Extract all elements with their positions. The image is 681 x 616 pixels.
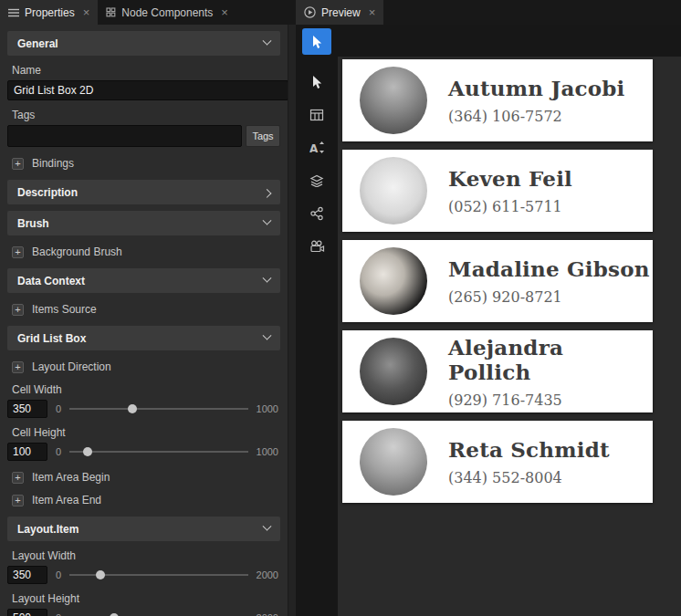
slider-min: 0 bbox=[56, 446, 61, 457]
item-area-end-expander[interactable]: + Item Area End bbox=[12, 494, 276, 506]
contact-name: Alejandra Pollich bbox=[448, 335, 653, 384]
cell-height-input[interactable] bbox=[7, 443, 47, 461]
section-general[interactable]: General bbox=[7, 31, 280, 56]
section-grid-list-box[interactable]: Grid List Box bbox=[7, 326, 280, 350]
cell-width-input[interactable] bbox=[7, 400, 47, 418]
tab-properties[interactable]: Properties × bbox=[0, 0, 98, 25]
plus-icon[interactable]: + bbox=[12, 361, 24, 373]
expander-label: Item Area End bbox=[32, 494, 101, 506]
layout-direction-expander[interactable]: + Layout Direction bbox=[12, 360, 276, 373]
preview-top-toolbar bbox=[338, 25, 681, 57]
tab-node-components[interactable]: Node Components × bbox=[98, 0, 236, 25]
contact-name: Madaline Gibson bbox=[448, 256, 650, 281]
app-window: Properties × Node Components × General N… bbox=[0, 0, 681, 616]
slider-handle[interactable] bbox=[83, 447, 92, 456]
node-graph-tool-button[interactable] bbox=[302, 200, 331, 226]
chevron-down-icon bbox=[263, 216, 272, 225]
slider-handle[interactable] bbox=[128, 404, 137, 413]
camera-tool-button[interactable] bbox=[302, 233, 331, 259]
section-brush[interactable]: Brush bbox=[7, 211, 280, 235]
close-icon[interactable]: × bbox=[369, 5, 376, 19]
select-tool-button[interactable] bbox=[302, 28, 331, 55]
section-data-context[interactable]: Data Context bbox=[7, 268, 280, 293]
slider-max: 1000 bbox=[257, 446, 278, 457]
chevron-down-icon bbox=[263, 331, 272, 340]
layers-tool-button[interactable] bbox=[302, 167, 331, 193]
tags-input[interactable] bbox=[7, 125, 242, 147]
cell-height-row: 0 1000 bbox=[7, 443, 278, 461]
layout-height-row: 0 2000 bbox=[7, 609, 278, 616]
table-tool-button[interactable] bbox=[302, 101, 331, 128]
items-source-expander[interactable]: + Items Source bbox=[12, 303, 276, 316]
tags-button[interactable]: Tags bbox=[246, 125, 280, 147]
plus-icon[interactable]: + bbox=[12, 495, 24, 506]
slider-max: 2000 bbox=[257, 612, 278, 616]
slider-min: 0 bbox=[56, 403, 61, 414]
tab-label: Properties bbox=[25, 6, 75, 19]
close-icon[interactable]: × bbox=[83, 5, 90, 19]
expander-label: Items Source bbox=[32, 303, 97, 316]
plus-icon[interactable]: + bbox=[12, 304, 24, 316]
expander-label: Background Brush bbox=[32, 245, 122, 258]
cell-height-label: Cell Height bbox=[12, 426, 276, 439]
layout-width-input[interactable] bbox=[7, 566, 47, 584]
contact-phone: (265) 920-8721 bbox=[448, 288, 650, 306]
list-item[interactable]: Keven Feil (052) 611-5711 bbox=[342, 150, 653, 232]
contact-name: Reta Schmidt bbox=[448, 437, 610, 462]
list-item[interactable]: Madaline Gibson (265) 920-8721 bbox=[342, 240, 653, 322]
section-description[interactable]: Description bbox=[7, 180, 280, 204]
item-area-begin-expander[interactable]: + Item Area Begin bbox=[12, 471, 276, 484]
node-graph-icon bbox=[309, 206, 324, 221]
avatar bbox=[360, 247, 427, 315]
camera-icon bbox=[309, 240, 325, 253]
expander-label: Bindings bbox=[32, 157, 74, 170]
layout-height-slider[interactable] bbox=[69, 609, 247, 616]
tab-label: Preview bbox=[321, 6, 361, 19]
list-icon bbox=[8, 8, 19, 17]
avatar bbox=[360, 338, 427, 405]
avatar bbox=[360, 428, 427, 496]
preview-tabbar: Preview × bbox=[296, 0, 681, 25]
text-tool-button[interactable]: A bbox=[302, 134, 331, 161]
layout-height-input[interactable] bbox=[7, 609, 47, 616]
avatar bbox=[360, 157, 427, 224]
section-title: Grid List Box bbox=[17, 332, 86, 345]
contact-phone: (052) 611-5711 bbox=[448, 198, 572, 215]
svg-text:A: A bbox=[309, 142, 319, 155]
contact-name: Autumn Jacobi bbox=[448, 76, 625, 100]
pointer-icon bbox=[309, 75, 324, 89]
slider-min: 0 bbox=[56, 612, 61, 616]
name-input[interactable] bbox=[7, 80, 288, 100]
slider-handle[interactable] bbox=[96, 570, 105, 579]
text-tool-icon: A bbox=[309, 141, 325, 154]
components-icon bbox=[106, 7, 116, 17]
tab-preview[interactable]: Preview × bbox=[296, 0, 383, 25]
contact-phone: (364) 106-7572 bbox=[448, 108, 625, 125]
pointer-tool-button[interactable] bbox=[302, 68, 331, 95]
cell-height-slider[interactable] bbox=[69, 443, 247, 461]
layout-width-label: Layout Width bbox=[12, 549, 276, 562]
expander-label: Layout Direction bbox=[32, 360, 111, 373]
tags-label: Tags bbox=[12, 109, 276, 121]
layout-width-slider[interactable] bbox=[69, 566, 247, 584]
properties-list: General Name Tags Tags + Bindings Descri… bbox=[0, 25, 288, 616]
close-icon[interactable]: × bbox=[221, 5, 228, 19]
plus-icon[interactable]: + bbox=[12, 246, 24, 258]
chevron-down-icon bbox=[263, 274, 272, 283]
list-item[interactable]: Autumn Jacobi (364) 106-7572 bbox=[342, 59, 653, 141]
properties-scrollbar[interactable] bbox=[288, 25, 296, 616]
cell-width-slider[interactable] bbox=[69, 400, 247, 418]
plus-icon[interactable]: + bbox=[12, 158, 24, 170]
section-title: Layout.Item bbox=[17, 523, 79, 536]
list-item[interactable]: Reta Schmidt (344) 552-8004 bbox=[342, 421, 653, 503]
background-brush-expander[interactable]: + Background Brush bbox=[12, 245, 276, 258]
list-item[interactable]: Alejandra Pollich (929) 716-7435 bbox=[342, 330, 653, 412]
chevron-down-icon bbox=[263, 522, 272, 531]
tab-label: Node Components bbox=[121, 6, 213, 19]
section-title: Data Context bbox=[17, 275, 85, 287]
preview-toolbar: A bbox=[296, 25, 338, 616]
section-layout-item[interactable]: Layout.Item bbox=[7, 517, 280, 541]
plus-icon[interactable]: + bbox=[12, 472, 24, 484]
layers-icon bbox=[309, 174, 324, 187]
bindings-expander[interactable]: + Bindings bbox=[12, 157, 276, 170]
